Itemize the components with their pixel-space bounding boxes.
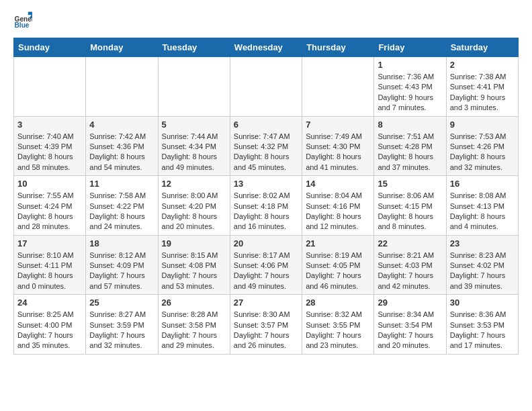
calendar-cell [302, 57, 374, 117]
day-number: 19 [162, 238, 226, 248]
day-info: Sunrise: 8:12 AMSunset: 4:09 PMDaylight:… [89, 250, 154, 292]
day-info: Sunrise: 7:55 AMSunset: 4:24 PMDaylight:… [17, 191, 82, 232]
calendar-cell: 25Sunrise: 8:27 AMSunset: 3:59 PMDayligh… [86, 295, 158, 355]
day-info: Sunrise: 8:02 AMSunset: 4:18 PMDaylight:… [234, 191, 298, 232]
day-number: 8 [378, 120, 442, 130]
day-info: Sunrise: 8:25 AMSunset: 4:00 PMDaylight:… [17, 310, 82, 351]
day-info: Sunrise: 8:23 AMSunset: 4:02 PMDaylight:… [450, 250, 515, 292]
weekday-header-friday: Friday [374, 38, 446, 57]
day-info: Sunrise: 7:38 AMSunset: 4:41 PMDaylight:… [450, 72, 515, 113]
calendar-cell: 14Sunrise: 8:04 AMSunset: 4:16 PMDayligh… [302, 176, 374, 236]
weekday-header-wednesday: Wednesday [230, 38, 302, 57]
day-number: 27 [234, 298, 298, 308]
day-info: Sunrise: 8:19 AMSunset: 4:05 PMDaylight:… [306, 250, 370, 292]
calendar-cell: 4Sunrise: 7:42 AMSunset: 4:36 PMDaylight… [86, 116, 158, 176]
calendar-cell: 28Sunrise: 8:32 AMSunset: 3:55 PMDayligh… [302, 295, 374, 355]
calendar-cell: 16Sunrise: 8:08 AMSunset: 4:13 PMDayligh… [446, 176, 518, 236]
calendar-cell: 22Sunrise: 8:21 AMSunset: 4:03 PMDayligh… [374, 235, 446, 295]
day-number: 1 [378, 60, 442, 70]
day-info: Sunrise: 8:00 AMSunset: 4:20 PMDaylight:… [162, 191, 226, 232]
day-number: 24 [17, 298, 82, 308]
day-info: Sunrise: 8:10 AMSunset: 4:11 PMDaylight:… [17, 250, 82, 292]
day-info: Sunrise: 7:49 AMSunset: 4:30 PMDaylight:… [306, 132, 370, 173]
calendar-cell: 7Sunrise: 7:49 AMSunset: 4:30 PMDaylight… [302, 116, 374, 176]
day-number: 10 [17, 179, 82, 189]
calendar-cell [230, 57, 302, 117]
day-info: Sunrise: 8:04 AMSunset: 4:16 PMDaylight:… [306, 191, 370, 232]
calendar-cell: 17Sunrise: 8:10 AMSunset: 4:11 PMDayligh… [14, 235, 86, 295]
calendar-cell [86, 57, 158, 117]
svg-marker-2 [28, 12, 32, 15]
calendar-cell [158, 57, 230, 117]
day-info: Sunrise: 8:06 AMSunset: 4:15 PMDaylight:… [378, 191, 442, 232]
day-info: Sunrise: 8:17 AMSunset: 4:06 PMDaylight:… [234, 250, 298, 292]
day-info: Sunrise: 8:27 AMSunset: 3:59 PMDaylight:… [89, 310, 154, 351]
calendar-cell [14, 57, 86, 117]
day-number: 26 [162, 298, 226, 308]
weekday-header-saturday: Saturday [446, 38, 518, 57]
day-info: Sunrise: 8:30 AMSunset: 3:57 PMDaylight:… [234, 310, 298, 351]
calendar-cell: 27Sunrise: 8:30 AMSunset: 3:57 PMDayligh… [230, 295, 302, 355]
day-number: 25 [89, 298, 154, 308]
calendar-cell: 12Sunrise: 8:00 AMSunset: 4:20 PMDayligh… [158, 176, 230, 236]
calendar-cell: 10Sunrise: 7:55 AMSunset: 4:24 PMDayligh… [14, 176, 86, 236]
day-number: 4 [89, 120, 154, 130]
weekday-header-monday: Monday [86, 38, 158, 57]
day-number: 13 [234, 179, 298, 189]
day-info: Sunrise: 8:08 AMSunset: 4:13 PMDaylight:… [450, 191, 515, 232]
day-info: Sunrise: 7:51 AMSunset: 4:28 PMDaylight:… [378, 132, 442, 173]
day-number: 5 [162, 120, 226, 130]
day-number: 20 [234, 238, 298, 248]
day-number: 18 [89, 238, 154, 248]
calendar-cell: 21Sunrise: 8:19 AMSunset: 4:05 PMDayligh… [302, 235, 374, 295]
svg-text:Blue: Blue [15, 21, 30, 29]
calendar-week-4: 17Sunrise: 8:10 AMSunset: 4:11 PMDayligh… [14, 235, 519, 295]
day-number: 12 [162, 179, 226, 189]
day-number: 3 [17, 120, 82, 130]
day-info: Sunrise: 7:47 AMSunset: 4:32 PMDaylight:… [234, 132, 298, 173]
day-number: 21 [306, 238, 370, 248]
day-number: 14 [306, 179, 370, 189]
weekday-header-thursday: Thursday [302, 38, 374, 57]
day-number: 17 [17, 238, 82, 248]
day-info: Sunrise: 7:53 AMSunset: 4:26 PMDaylight:… [450, 132, 515, 173]
logo: General Blue [13, 11, 35, 30]
day-number: 23 [450, 238, 515, 248]
weekday-header-row: SundayMondayTuesdayWednesdayThursdayFrid… [14, 38, 519, 57]
calendar-cell: 24Sunrise: 8:25 AMSunset: 4:00 PMDayligh… [14, 295, 86, 355]
day-info: Sunrise: 7:40 AMSunset: 4:39 PMDaylight:… [17, 132, 82, 173]
day-info: Sunrise: 8:28 AMSunset: 3:58 PMDaylight:… [162, 310, 226, 351]
day-number: 28 [306, 298, 370, 308]
day-number: 7 [306, 120, 370, 130]
calendar-week-5: 24Sunrise: 8:25 AMSunset: 4:00 PMDayligh… [14, 295, 519, 355]
day-info: Sunrise: 8:32 AMSunset: 3:55 PMDaylight:… [306, 310, 370, 351]
calendar-cell: 3Sunrise: 7:40 AMSunset: 4:39 PMDaylight… [14, 116, 86, 176]
calendar-cell: 8Sunrise: 7:51 AMSunset: 4:28 PMDaylight… [374, 116, 446, 176]
day-info: Sunrise: 8:36 AMSunset: 3:53 PMDaylight:… [450, 310, 515, 351]
calendar-body: 1Sunrise: 7:36 AMSunset: 4:43 PMDaylight… [14, 57, 519, 355]
day-number: 22 [378, 238, 442, 248]
day-number: 2 [450, 60, 515, 70]
calendar-cell: 26Sunrise: 8:28 AMSunset: 3:58 PMDayligh… [158, 295, 230, 355]
calendar-week-1: 1Sunrise: 7:36 AMSunset: 4:43 PMDaylight… [14, 57, 519, 117]
day-info: Sunrise: 7:58 AMSunset: 4:22 PMDaylight:… [89, 191, 154, 232]
day-number: 16 [450, 179, 515, 189]
calendar-week-2: 3Sunrise: 7:40 AMSunset: 4:39 PMDaylight… [14, 116, 519, 176]
calendar-cell: 1Sunrise: 7:36 AMSunset: 4:43 PMDaylight… [374, 57, 446, 117]
day-number: 9 [450, 120, 515, 130]
calendar-cell: 19Sunrise: 8:15 AMSunset: 4:08 PMDayligh… [158, 235, 230, 295]
header: General Blue [13, 11, 519, 30]
calendar-cell: 18Sunrise: 8:12 AMSunset: 4:09 PMDayligh… [86, 235, 158, 295]
calendar-cell: 15Sunrise: 8:06 AMSunset: 4:15 PMDayligh… [374, 176, 446, 236]
calendar-cell: 23Sunrise: 8:23 AMSunset: 4:02 PMDayligh… [446, 235, 518, 295]
calendar-table: SundayMondayTuesdayWednesdayThursdayFrid… [13, 38, 519, 355]
calendar-week-3: 10Sunrise: 7:55 AMSunset: 4:24 PMDayligh… [14, 176, 519, 236]
logo-icon: General Blue [13, 11, 32, 30]
day-info: Sunrise: 8:15 AMSunset: 4:08 PMDaylight:… [162, 250, 226, 292]
weekday-header-tuesday: Tuesday [158, 38, 230, 57]
calendar-header: SundayMondayTuesdayWednesdayThursdayFrid… [14, 38, 519, 57]
day-number: 29 [378, 298, 442, 308]
day-number: 15 [378, 179, 442, 189]
weekday-header-sunday: Sunday [14, 38, 86, 57]
day-info: Sunrise: 8:34 AMSunset: 3:54 PMDaylight:… [378, 310, 442, 351]
